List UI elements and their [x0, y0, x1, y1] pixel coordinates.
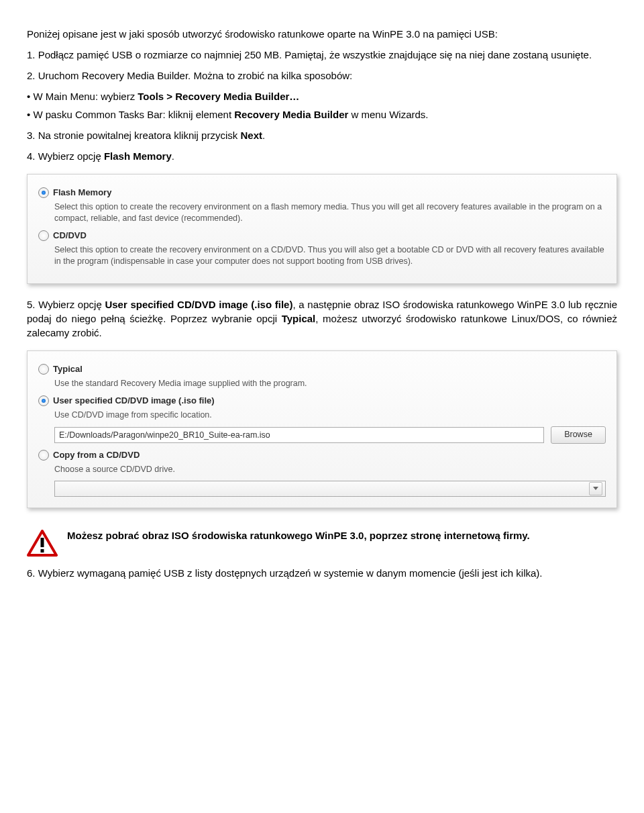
step-4-post: .: [172, 150, 174, 162]
typical-desc: Use the standard Recovery Media image su…: [54, 378, 606, 389]
step-4-bold: Flash Memory: [104, 150, 172, 162]
image-source-panel: Typical Use the standard Recovery Media …: [27, 350, 617, 508]
user-iso-label: User specified CD/DVD image (.iso file): [53, 395, 215, 407]
bullet-1-pre: • W Main Menu: wybierz: [27, 91, 138, 102]
step-6: 6. Wybierz wymaganą pamięć USB z listy d…: [27, 566, 617, 580]
warning-text: Możesz pobrać obraz ISO środowiska ratun…: [67, 528, 530, 542]
step-5: 5. Wybierz opcję User specified CD/DVD i…: [27, 297, 617, 340]
warning-note: Możesz pobrać obraz ISO środowiska ratun…: [27, 528, 617, 557]
step-3: 3. Na stronie powitalnej kreatora klikni…: [27, 128, 617, 142]
option-cd-dvd[interactable]: CD/DVD: [38, 230, 606, 242]
step-3-post: .: [262, 130, 265, 141]
option-flash-memory[interactable]: Flash Memory: [38, 187, 606, 199]
step-5-bold: User specified CD/DVD image (.iso file): [105, 299, 292, 310]
step-3-pre: 3. Na stronie powitalnej kreatora klikni…: [27, 130, 240, 141]
step-3-bold: Next: [240, 130, 262, 141]
copy-cd-label: Copy from a CD/DVD: [53, 449, 140, 461]
option-copy-cd[interactable]: Copy from a CD/DVD: [38, 449, 606, 461]
option-typical[interactable]: Typical: [38, 363, 606, 375]
bullet-2-pre: • W pasku Common Tasks Bar: kliknij elem…: [27, 109, 234, 120]
iso-path-input[interactable]: E:/Downloads/Paragon/winpe20_BR10_Suite-…: [54, 427, 544, 443]
step-1: 1. Podłącz pamięć USB o rozmiarze co naj…: [27, 48, 617, 62]
radio-selected-icon: [38, 395, 49, 406]
iso-path-row: E:/Downloads/Paragon/winpe20_BR10_Suite-…: [54, 426, 606, 444]
cd-dvd-label: CD/DVD: [53, 230, 87, 242]
bullet-2-post: w menu Wizards.: [348, 109, 428, 120]
browse-button[interactable]: Browse: [551, 426, 606, 444]
chevron-down-icon: [589, 482, 602, 495]
flash-cd-panel: Flash Memory Select this option to creat…: [27, 174, 617, 284]
typical-label: Typical: [53, 363, 83, 375]
user-iso-desc: Use CD/DVD image from specific location.: [54, 410, 606, 421]
step-4: 4. Wybierz opcję Flash Memory.: [27, 149, 617, 163]
warning-icon: [27, 530, 58, 557]
cd-dvd-desc: Select this option to create the recover…: [54, 244, 606, 267]
bullet-common-tasks: • W pasku Common Tasks Bar: kliknij elem…: [27, 107, 617, 122]
bullet-1-bold: Tools > Recovery Media Builder…: [138, 91, 299, 102]
radio-selected-icon: [38, 187, 49, 198]
intro-text: Poniżej opisane jest w jaki sposób utwor…: [27, 27, 617, 41]
radio-unselected-icon: [38, 364, 49, 375]
drive-dropdown[interactable]: [54, 481, 606, 497]
bullet-2-bold: Recovery Media Builder: [234, 109, 348, 120]
radio-unselected-icon: [38, 230, 49, 241]
step-4-pre: 4. Wybierz opcję: [27, 150, 104, 162]
svg-rect-0: [41, 538, 44, 547]
step-5-bold2: Typical: [282, 313, 316, 324]
option-user-iso[interactable]: User specified CD/DVD image (.iso file): [38, 395, 606, 407]
svg-rect-1: [41, 549, 44, 553]
flash-memory-desc: Select this option to create the recover…: [54, 201, 606, 224]
step-2: 2. Uruchom Recovery Media Builder. Można…: [27, 68, 617, 83]
flash-memory-label: Flash Memory: [53, 187, 111, 199]
radio-unselected-icon: [38, 450, 49, 461]
step-5-pre: 5. Wybierz opcję: [27, 299, 105, 310]
copy-cd-desc: Choose a source CD/DVD drive.: [54, 464, 606, 475]
bullet-main-menu: • W Main Menu: wybierz Tools > Recovery …: [27, 89, 617, 103]
drive-dropdown-row: [54, 481, 606, 497]
